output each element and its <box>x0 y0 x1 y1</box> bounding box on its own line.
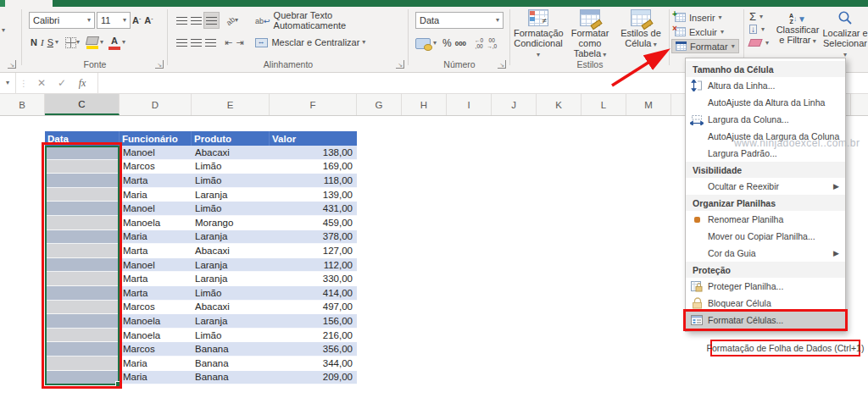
cell-funcionario[interactable]: Maria <box>120 371 192 385</box>
cell-produto[interactable]: Laranja <box>192 272 270 286</box>
cell-produto[interactable]: Abacaxi <box>192 301 270 315</box>
column-header-J[interactable]: J <box>492 94 537 115</box>
cell-produto[interactable]: Laranja <box>192 314 270 329</box>
cell-funcionario[interactable]: Marta <box>120 244 192 258</box>
insert-function-button[interactable]: fx <box>72 77 92 90</box>
number-format-combobox[interactable]: Data▾ <box>415 12 504 29</box>
align-bottom-button[interactable] <box>203 12 220 29</box>
cell-valor[interactable]: 414,00 <box>270 286 357 301</box>
menu-item-tab-color[interactable]: Cor da Guia▶ <box>686 245 845 262</box>
cell-produto[interactable]: Banana <box>192 342 270 357</box>
cell-valor[interactable]: 156,00 <box>270 314 357 329</box>
cell-funcionario[interactable]: Manoela <box>120 329 192 343</box>
column-header-F[interactable]: F <box>270 94 357 115</box>
column-header-L[interactable]: L <box>581 94 626 115</box>
font-size-combobox[interactable]: 11▾ <box>97 12 131 29</box>
cell-valor[interactable]: 356,00 <box>270 342 357 357</box>
chevron-down-icon[interactable]: ▾ <box>100 39 103 46</box>
clear-button[interactable] <box>748 39 762 47</box>
menu-item-autofit-column-width[interactable]: AutoAjuste da Largura da Coluna <box>686 128 845 145</box>
menu-item-default-width[interactable]: Largura Padrão... <box>686 145 845 162</box>
align-top-button[interactable] <box>175 12 189 29</box>
cell-funcionario[interactable]: Marcos <box>120 160 192 174</box>
cell-valor[interactable]: 127,00 <box>270 244 357 258</box>
cell-valor[interactable]: 431,00 <box>270 202 357 216</box>
cell-valor[interactable]: 169,00 <box>270 160 357 174</box>
decrease-decimal-button[interactable]: 00 →,0 <box>485 35 498 52</box>
cell-valor[interactable]: 330,00 <box>270 272 357 286</box>
conditional-formatting-button[interactable]: ≠ FormataçãoCondicional ▾ <box>514 9 563 62</box>
number-dialog-launcher-icon[interactable] <box>498 60 506 69</box>
formula-bar-handle[interactable]: ⋮ <box>19 79 28 88</box>
cell-funcionario[interactable]: Maria <box>120 357 192 371</box>
accounting-format-button[interactable]: ▾ <box>414 35 438 52</box>
increase-decimal-button[interactable]: ←0 ,00 <box>473 35 485 52</box>
clipboard-dialog-launcher-icon[interactable] <box>8 60 16 69</box>
font-color-button[interactable] <box>107 34 122 51</box>
menu-item-format-cells[interactable]: Formatar Células... <box>686 312 845 329</box>
cell-funcionario[interactable]: Manoel <box>120 258 192 273</box>
insert-button[interactable]: Inserir▾ <box>671 10 743 25</box>
align-right-button[interactable] <box>203 34 218 51</box>
cell-produto[interactable]: Banana <box>192 371 270 385</box>
chevron-down-icon[interactable]: ▾ <box>55 39 58 46</box>
cell-valor[interactable]: 112,00 <box>270 258 357 273</box>
column-header-K[interactable]: K <box>537 94 581 115</box>
cell-produto[interactable]: Abacaxi <box>192 146 270 160</box>
column-header-M[interactable]: M <box>626 94 671 115</box>
cell-funcionario[interactable]: Marta <box>120 286 192 301</box>
column-header-E[interactable]: E <box>192 94 270 115</box>
cell-produto[interactable]: Laranja <box>192 258 270 273</box>
delete-button[interactable]: Excluir▾ <box>671 25 743 39</box>
orientation-button[interactable]: ▾ <box>225 12 240 29</box>
cell-valor[interactable]: 216,00 <box>270 329 357 343</box>
column-header-C[interactable]: C <box>45 94 120 115</box>
column-header-I[interactable]: I <box>447 94 492 115</box>
autosum-button[interactable]: Σ <box>749 10 756 23</box>
sort-filter-button[interactable]: A Z↓▼ Classificare Filtrar ▾ <box>775 9 821 45</box>
chevron-down-icon[interactable]: ▾ <box>122 39 125 46</box>
fill-color-button[interactable] <box>85 34 100 51</box>
cell-produto[interactable]: Laranja <box>192 230 270 245</box>
menu-item-protect-sheet[interactable]: Proteger Planilha... <box>686 278 845 295</box>
column-header-G[interactable]: G <box>357 94 402 115</box>
cell-valor[interactable]: 497,00 <box>270 301 357 315</box>
borders-button[interactable]: ▾ <box>64 34 81 51</box>
table-header-valor[interactable]: Valor <box>270 131 357 146</box>
decrease-indent-button[interactable] <box>223 34 234 51</box>
cell-produto[interactable]: Laranja <box>192 188 270 202</box>
cell-produto[interactable]: Limão <box>192 329 270 343</box>
cell-produto[interactable]: Limão <box>192 286 270 301</box>
cell-produto[interactable]: Banana <box>192 357 270 371</box>
find-select-button[interactable]: Localizar eSelecionar ▾ <box>822 9 868 58</box>
align-left-button[interactable] <box>175 34 189 51</box>
cell-produto[interactable]: Limão <box>192 160 270 174</box>
enter-button[interactable]: ✓ <box>52 77 72 89</box>
decrease-font-size-button[interactable]: ˇ <box>142 12 154 29</box>
alignment-dialog-launcher-icon[interactable] <box>396 60 404 69</box>
cell-funcionario[interactable]: Marcos <box>120 301 192 315</box>
cell-funcionario[interactable]: Marta <box>120 174 192 188</box>
cell-funcionario[interactable]: Manoel <box>120 146 192 160</box>
cell-funcionario[interactable]: Marta <box>120 272 192 286</box>
menu-item-move-copy-sheet[interactable]: Mover ou Copiar Planilha... <box>686 228 845 245</box>
cell-funcionario[interactable]: Maria <box>120 188 192 202</box>
name-box[interactable]: ▾ <box>0 73 16 94</box>
cell-produto[interactable]: Morango <box>192 216 270 230</box>
comma-style-button[interactable]: 000 <box>453 35 468 52</box>
cell-produto[interactable]: Limão <box>192 174 270 188</box>
cell-styles-button[interactable]: Estilos deCélula ▾ <box>617 9 665 62</box>
menu-item-hide-unhide[interactable]: Ocultar e Reexibir▶ <box>686 178 845 195</box>
increase-indent-button[interactable] <box>234 34 245 51</box>
percent-style-button[interactable]: % <box>441 35 453 52</box>
cell-valor[interactable]: 138,00 <box>270 146 357 160</box>
cell-funcionario[interactable]: Manoela <box>120 314 192 329</box>
menu-item-row-height[interactable]: Altura da Linha... <box>686 77 845 94</box>
merge-center-button[interactable]: Mesclar e Centralizar▾ <box>253 34 367 51</box>
column-header-B[interactable]: B <box>0 94 45 115</box>
font-dialog-launcher-icon[interactable] <box>155 60 164 69</box>
cancel-button[interactable]: ✕ <box>31 77 52 89</box>
align-middle-button[interactable] <box>189 12 203 29</box>
cell-valor[interactable]: 344,00 <box>270 357 357 371</box>
bold-button[interactable]: N <box>29 34 39 51</box>
